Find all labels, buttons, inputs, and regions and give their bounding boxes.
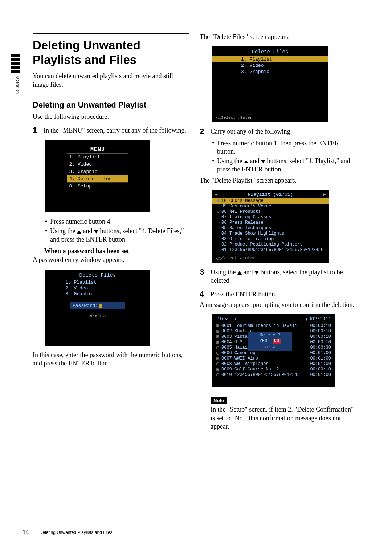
step-number: 2 (200, 127, 207, 136)
step4-after: A message appears, prompting you to conf… (200, 301, 356, 309)
osd-row: ▭06Press Release (212, 220, 329, 226)
osd-delete-files-screen: Delete Files 1. Playlist 2. Video 3. Gra… (212, 46, 328, 122)
step-number: 4 (200, 290, 207, 299)
up-triangle-icon (237, 271, 242, 275)
osd-list-item: 1. Playlist (65, 280, 147, 285)
footer-divider (34, 525, 34, 540)
step-number: 1 (33, 126, 40, 135)
osd-footer: ◯◯Select ↵Enter (212, 254, 329, 261)
osd-row: 09Customer's Voice (212, 204, 329, 209)
footer-title: Deleting Unwanted Playlists and Files (40, 530, 113, 535)
osd-row: 01123456789012345678901234567890123456 (212, 247, 329, 253)
osd-title-right: (002/001) (306, 316, 331, 322)
osd-row: ▣0001Tourism Trends in Hawaii00:00:10 (212, 323, 335, 329)
intro-text: You can delete unwanted playlists and mo… (33, 72, 189, 89)
down-triangle-icon (261, 160, 265, 163)
osd-row: 02Product Positioning Pointers (212, 242, 329, 247)
osd-row: 03Off-site Training (212, 236, 329, 242)
osd-item-selected: 1. Playlist (212, 56, 328, 62)
osd-row-selected: ▣10CEO's Message (212, 198, 329, 204)
osd-password-title: Delete Files (49, 272, 147, 278)
up-triangle-icon (77, 230, 81, 234)
step-number: 3 (200, 268, 207, 285)
dialog-nav-icons: ◯◯ ↵ (250, 344, 290, 349)
left-arrow-icon: ◀ (215, 192, 217, 197)
osd-menu-item: 1.Playlist (67, 154, 128, 161)
password-text: A password entry window appears. (33, 256, 189, 264)
step-2: 2 Carry out any of the following. (200, 127, 356, 136)
osd-row: 05Sales Techniques (212, 226, 329, 231)
osd-item: 2. Video (212, 62, 328, 69)
osd-row: ▣0009Golf Course No. 200:00:10 (212, 367, 335, 372)
step2-after: The "Delete Playlist" screen appears. (200, 177, 356, 185)
osd-row: 07Training Classes (212, 215, 329, 220)
cursor-icon (99, 304, 102, 308)
osd-menu-item: 2.Video (67, 161, 128, 168)
down-triangle-icon (254, 271, 259, 275)
dialog-no: NO (273, 339, 281, 344)
osd-menu-item-selected: 4.Delete Files (67, 175, 128, 183)
osd-row: ▢0006Canoeing00:01:00 (212, 351, 335, 356)
section-intro: Use the following procedure. (33, 113, 189, 121)
up-triangle-icon (244, 160, 248, 163)
osd-nav-icons: ◄·►◯ ↵ (49, 313, 147, 319)
osd-title-left: Playlist (216, 316, 239, 322)
page-title: Deleting Unwanted Playlists and Files (33, 33, 189, 67)
osd-list-item: 2. Video (65, 285, 147, 291)
note-text: In the "Setup" screen, if item 2. "Delet… (211, 405, 356, 431)
osd-footer: ◯◯Select ↵Enter (212, 114, 328, 120)
osd-row: ▣0007WWII Airp00:01:00 (212, 356, 335, 361)
bullet-item: Using the and buttons, select "4. Delete… (45, 227, 189, 244)
step2-bullets: Press numeric button 1, then press the E… (212, 139, 356, 174)
bullet-item: Press numeric button 1, then press the E… (212, 139, 356, 156)
osd-menu-title: MENU (45, 146, 150, 153)
osd-menu-screen: MENU 1.Playlist 2.Video 3.Graphic 4.Dele… (45, 140, 150, 212)
osd-row: 04Trade Show Highlights (212, 231, 329, 236)
step-3: 3 Using the and buttons, select the play… (200, 268, 356, 285)
step1-bullets: Press numeric button 4. Using the and bu… (45, 218, 189, 244)
note-label: Note (211, 397, 227, 404)
step-text: Press the ENTER button. (211, 290, 277, 299)
osd-item: 3. Graphic (212, 69, 328, 75)
right-arrow-icon: ▶ (323, 192, 326, 197)
step-text: Using the and buttons, select the playli… (211, 268, 356, 285)
password-subhead: When a password has been set (44, 247, 189, 255)
step-4: 4 Press the ENTER button. (200, 290, 356, 299)
osd-row: ▢0010123456789012345678901234500:01:00 (212, 372, 335, 378)
osd-delete-playlist-screen: ◀ Playlist (01/01) ▶ ▣10CEO's Message 09… (212, 190, 329, 263)
password-after-text: In this case, enter the password with th… (33, 351, 189, 368)
dialog-question: Delete ? (250, 333, 290, 338)
osd-confirm-dialog: Delete ? YES NO ◯◯ ↵ (248, 332, 292, 351)
osd-password-field: Password: (70, 302, 125, 309)
section-title: Deleting an Unwanted Playlist (33, 98, 189, 110)
osd-menu-item: 0.Setup (67, 183, 128, 190)
page-number: 14 (23, 529, 29, 536)
step-text: Carry out any of the following. (211, 127, 292, 136)
osd-row: ▢0008WWI Airplanes00:01:00 (212, 361, 335, 367)
step-1: 1 In the "MENU" screen, carry out any of… (33, 126, 189, 135)
osd-title: Playlist (01/01) (248, 192, 293, 197)
osd-title: Delete Files (212, 49, 328, 55)
dialog-yes: YES (260, 339, 268, 344)
step-text: In the "MENU" screen, carry out any of t… (44, 126, 186, 135)
bullet-item: Using the and buttons, select "1. Playli… (212, 157, 356, 174)
osd-menu-item: 3.Graphic (67, 168, 128, 175)
osd-row: ↻08New Products (212, 209, 329, 215)
right-intro: The "Delete Files" screen appears. (200, 33, 356, 41)
osd-confirm-screen: Playlist (002/001) ▣0001Tourism Trends i… (212, 314, 335, 387)
down-triangle-icon (94, 230, 98, 234)
osd-password-screen: Delete Files 1. Playlist 2. Video 3. Gra… (45, 270, 150, 346)
osd-list-item: 3. Graphic (65, 291, 147, 297)
page-footer: 14 Deleting Unwanted Playlists and Files (23, 525, 113, 540)
bullet-item: Press numeric button 4. (45, 218, 189, 226)
